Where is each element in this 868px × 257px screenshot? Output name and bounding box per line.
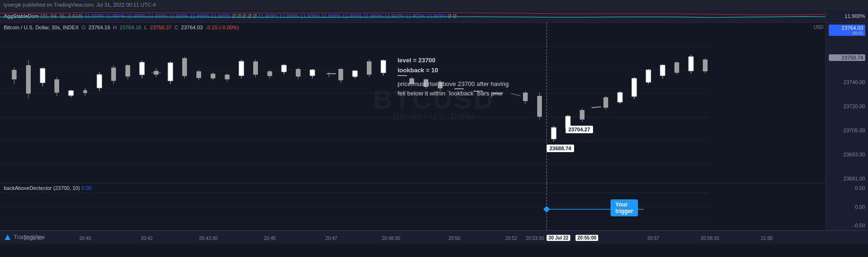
svg-rect-57 [353,71,357,77]
svg-rect-26 [140,62,144,75]
ohlc-open: 23764.16 [89,25,110,30]
svg-rect-78 [551,128,556,139]
ohlc-close: 23764.03 [181,25,203,30]
svg-rect-91 [646,70,651,82]
svg-rect-14 [54,79,59,93]
svg-line-72 [511,94,521,96]
svg-rect-74 [523,93,528,101]
lower-chart-svg [0,183,710,231]
svg-rect-99 [703,60,708,71]
svg-rect-37 [211,74,215,78]
svg-rect-24 [125,65,130,77]
lower-panel-header: backAboveDectector (23700, 10) 0.00 [4,185,91,191]
right-price: 11.900% [825,9,868,23]
svg-rect-31 [168,63,173,81]
chart-symbol: Bitcoin / U.S. Dollar, 30s, INDEX [4,25,79,30]
svg-rect-82 [580,110,585,120]
chart-header: Bitcoin / U.S. Dollar, 30s, INDEX O23764… [4,25,239,30]
svg-line-83 [592,107,601,108]
svg-rect-47 [282,65,286,72]
svg-rect-85 [603,97,608,108]
svg-rect-10 [26,65,31,94]
svg-rect-89 [632,78,637,96]
svg-rect-16 [69,91,73,95]
svg-rect-59 [367,61,372,75]
ohlc-low: 23756.37 [150,25,172,30]
current-price-tick: 23764.03 00:01 [829,25,865,36]
lower-price-axis: 0.50 0.00 -0.50 [825,183,868,230]
svg-rect-49 [296,69,301,77]
svg-rect-97 [689,57,693,71]
svg-rect-35 [196,71,201,78]
svg-marker-105 [5,234,10,240]
svg-rect-20 [97,75,102,88]
price-level-tick: 23750.74 [829,54,865,61]
svg-rect-18 [83,90,87,93]
chart-annotation: level = 23700 lookback = 10 price must r… [398,56,509,99]
indicator-bar: AggStableDom (31, 59, 31, 2.618) 11.910%… [0,9,868,23]
time-axis: 20:38:30 20:40 20:42 20:43:30 20:45 20:4… [0,231,868,244]
svg-rect-8 [12,70,17,79]
price-label-1: 23704.27 [566,126,593,133]
price-axis: 23764.03 00:01 23750.74 23740.00 23720.0… [825,23,868,183]
lower-panel: backAboveDectector (23700, 10) 0.00 Your… [0,183,868,231]
svg-rect-41 [239,61,244,76]
trigger-box: Yourtrigger [611,199,638,216]
svg-rect-43 [253,61,258,75]
ohlc-high: 23764.16 [120,25,142,30]
svg-rect-39 [225,75,230,79]
chart-main: Bitcoin / U.S. Dollar, 30s, INDEX O23764… [0,23,868,183]
chart-canvas [0,23,710,183]
svg-rect-33 [182,58,187,76]
svg-rect-95 [674,62,679,73]
svg-rect-51 [310,70,315,76]
usd-axis-label: USD [814,25,824,30]
svg-rect-93 [660,65,665,76]
tradingview-logo: TradingView [4,233,45,241]
published-info: lysergik published on TradingView.com, J… [4,2,156,8]
svg-rect-76 [537,96,542,117]
price-label-2: 23688.74 [547,145,574,152]
svg-rect-55 [338,69,343,80]
svg-rect-12 [40,69,45,83]
svg-rect-61 [381,60,386,73]
svg-rect-45 [267,71,272,76]
svg-rect-22 [111,68,116,81]
svg-rect-87 [618,93,622,102]
price-change: -0.15 (-0.00%) [206,25,239,30]
top-bar: lysergik published on TradingView.com, J… [0,0,868,9]
